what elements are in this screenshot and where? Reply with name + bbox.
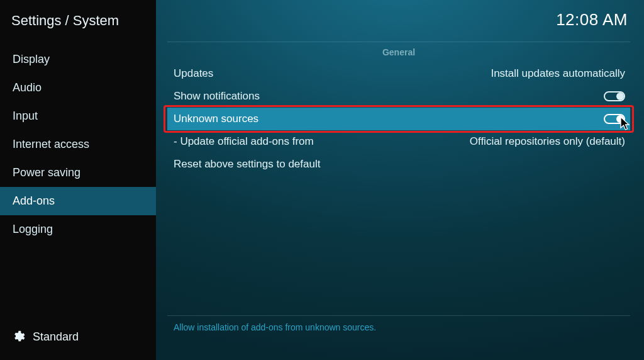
breadcrumb: Settings / System (0, 0, 156, 45)
clock: 12:08 AM (556, 10, 628, 30)
main-panel: 12:08 AM General Updates Install updates… (156, 0, 644, 360)
row-updates-value: Install updates automatically (491, 67, 625, 80)
row-reset-defaults[interactable]: Reset above settings to default (167, 153, 630, 176)
sidebar-item-power[interactable]: Power saving (0, 159, 156, 187)
help-text: Allow installation of add-ons from unkno… (167, 316, 630, 360)
row-official-value: Official repositories only (default) (470, 135, 625, 148)
row-notifications-label: Show notifications (174, 90, 260, 103)
row-official-source[interactable]: - Update official add-ons from Official … (167, 130, 630, 153)
gear-icon (11, 330, 25, 344)
sidebar-item-addons[interactable]: Add-ons (0, 187, 156, 215)
row-unknown-sources[interactable]: Unknown sources (167, 108, 630, 130)
sidebar-item-internet[interactable]: Internet access (0, 130, 156, 159)
row-unknown-label: Unknown sources (174, 113, 258, 125)
row-official-label: - Update official add-ons from (174, 135, 314, 148)
sidebar: Settings / System Display Audio Input In… (0, 0, 156, 360)
settings-level-label: Standard (33, 330, 79, 344)
row-updates-label: Updates (174, 67, 213, 80)
row-reset-label: Reset above settings to default (174, 158, 320, 171)
toggle-unknown-sources[interactable] (604, 114, 625, 124)
row-updates[interactable]: Updates Install updates automatically (167, 62, 630, 85)
toggle-show-notifications[interactable] (604, 91, 625, 101)
sidebar-list: Display Audio Input Internet access Powe… (0, 45, 156, 321)
row-show-notifications[interactable]: Show notifications (167, 85, 630, 108)
divider (167, 42, 630, 42)
sidebar-item-input[interactable]: Input (0, 102, 156, 130)
sidebar-item-logging[interactable]: Logging (0, 215, 156, 244)
section-heading-general: General (167, 46, 630, 62)
sidebar-item-display[interactable]: Display (0, 45, 156, 74)
settings-level-button[interactable]: Standard (0, 321, 156, 360)
sidebar-item-audio[interactable]: Audio (0, 74, 156, 102)
